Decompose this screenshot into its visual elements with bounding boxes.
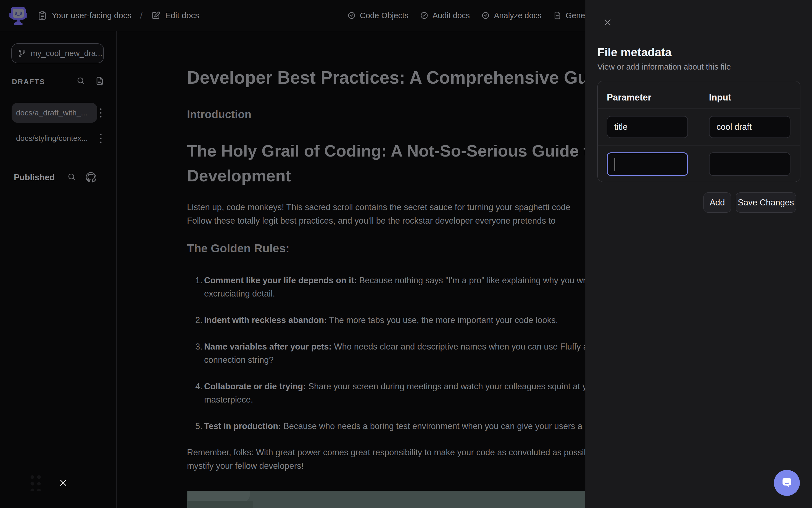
drawer-subtitle: View or add information about this file xyxy=(597,62,731,72)
doc-heading-introduction: Introduction xyxy=(187,108,251,121)
chat-launcher-button[interactable] xyxy=(774,470,800,496)
list-item: 4.Collaborate or die trying: Share your … xyxy=(195,380,599,407)
sidebar-item-draft-selected[interactable]: docs/a_draft_with_... xyxy=(12,103,97,123)
app-window: 0_0 Your user-facing docs / xyxy=(0,0,812,508)
column-header-parameter: Parameter xyxy=(607,92,651,103)
nav-label: Analyze docs xyxy=(494,11,541,20)
git-branch-icon xyxy=(18,49,26,57)
parameter-input-row2-focused[interactable] xyxy=(607,153,688,176)
doc-paragraph: Listen up, code monkeys! This sacred scr… xyxy=(187,201,570,227)
add-button[interactable]: Add xyxy=(703,193,731,213)
close-icon[interactable] xyxy=(604,18,612,27)
kebab-menu-icon[interactable] xyxy=(98,132,103,144)
published-header: Published xyxy=(14,173,55,182)
svg-text:0_0: 0_0 xyxy=(14,11,22,16)
nav-audit-docs[interactable]: Audit docs xyxy=(420,11,470,20)
sidebar-item-draft[interactable]: docs/styling/contex... xyxy=(16,134,88,143)
doc-title: Developer Best Practices: A Comprehensiv… xyxy=(187,68,614,88)
embedded-image-shadow xyxy=(187,501,253,508)
branch-selector[interactable]: my_cool_new_dra... xyxy=(11,43,104,63)
widget-close-icon[interactable] xyxy=(59,479,67,488)
drafts-header: DRAFTS xyxy=(12,78,45,86)
doc-heading-holy-grail: The Holy Grail of Coding: A Not-So-Serio… xyxy=(187,139,599,188)
list-item: 1.Comment like your life depends on it: … xyxy=(195,274,613,300)
parameter-input-row1[interactable]: title xyxy=(607,116,688,138)
edit-icon xyxy=(151,11,160,20)
nav-label: Audit docs xyxy=(433,11,470,20)
list-item: 5.Test in production: Because who needs … xyxy=(195,420,582,433)
branch-name: my_cool_new_dra... xyxy=(31,49,103,58)
breadcrumb-separator: / xyxy=(140,10,143,21)
check-circle-icon xyxy=(481,11,490,19)
column-header-input: Input xyxy=(709,92,731,103)
list-item: 3.Name variables after your pets: Who ne… xyxy=(195,340,599,367)
search-icon[interactable] xyxy=(77,77,85,86)
list-item: 2.Indent with reckless abandon: The more… xyxy=(195,313,558,327)
check-circle-icon xyxy=(420,11,429,19)
table-divider xyxy=(598,145,800,145)
nav-code-objects[interactable]: Code Objects xyxy=(348,11,408,20)
table-divider xyxy=(598,108,800,109)
check-circle-icon xyxy=(348,11,356,19)
embedded-image-card xyxy=(188,491,250,501)
draft-item-label: docs/styling/contex... xyxy=(16,134,88,142)
file-icon xyxy=(553,11,562,19)
navbar-actions: Code Objects Audit docs Analyze docs xyxy=(348,0,618,31)
github-icon[interactable] xyxy=(86,172,96,183)
breadcrumb-docs[interactable]: Your user-facing docs xyxy=(52,11,131,20)
sidebar: my_cool_new_dra... DRAFTS docs/a_draft_w… xyxy=(0,31,117,508)
breadcrumb-edit[interactable]: Edit docs xyxy=(165,11,199,20)
chat-bubble-icon xyxy=(780,475,794,490)
doc-paragraph: Remember, folks: With great power comes … xyxy=(187,446,605,473)
robot-logo-icon[interactable]: 0_0 xyxy=(9,5,27,26)
value-input-row2[interactable] xyxy=(709,153,790,176)
kebab-menu-icon[interactable] xyxy=(98,107,103,119)
metadata-table: Parameter Input title cool draft xyxy=(597,81,800,182)
draft-item-label: docs/a_draft_with_... xyxy=(16,109,87,117)
drawer-title: File metadata xyxy=(597,46,672,59)
breadcrumb: Your user-facing docs / Edit docs xyxy=(38,0,199,31)
doc-heading-golden-rules: The Golden Rules: xyxy=(187,242,289,255)
save-changes-button[interactable]: Save Changes xyxy=(736,193,796,213)
nav-label: Code Objects xyxy=(360,11,408,20)
nav-analyze-docs[interactable]: Analyze docs xyxy=(481,11,541,20)
clipboard-icon xyxy=(38,11,47,20)
value-input-row1[interactable]: cool draft xyxy=(709,116,790,138)
file-metadata-drawer: File metadata View or add information ab… xyxy=(585,0,812,508)
drag-handle-dots-icon[interactable] xyxy=(29,474,43,492)
text-caret xyxy=(614,158,615,171)
embedded-image xyxy=(187,491,585,508)
search-icon[interactable] xyxy=(68,173,76,182)
file-plus-icon[interactable] xyxy=(95,76,105,87)
